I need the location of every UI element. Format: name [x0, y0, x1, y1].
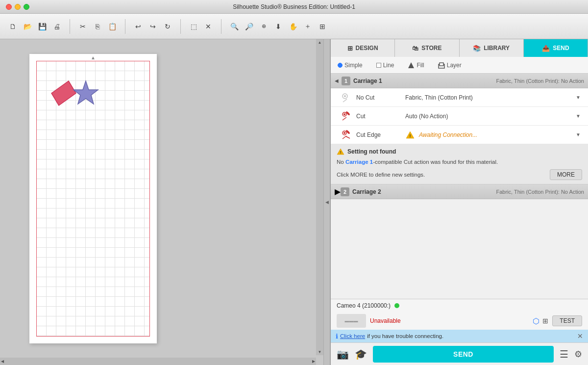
setting-body-prefix: No [337, 159, 345, 165]
fill-icon [408, 62, 415, 69]
tab-design[interactable]: ⊞ DESIGN [331, 39, 395, 57]
grid-button[interactable]: ⊞ [316, 20, 329, 33]
carriage2-title: Carriage 2 [352, 188, 496, 195]
carriage2-header[interactable]: ▶ 2 Carriage 2 Fabric, Thin (Cotton Prin… [331, 184, 588, 199]
right-panel: ⊞ DESIGN 🛍 STORE 📚 LIBRARY 📤 SEND Simple [330, 39, 588, 365]
sub-tab-layer[interactable]: Layer [435, 60, 465, 71]
redo-button[interactable]: ↪ [146, 20, 160, 33]
panel-collapse-handle[interactable]: ◀ [323, 39, 330, 365]
tab-library[interactable]: 📚 LIBRARY [460, 39, 524, 57]
sub-tab-simple-label: Simple [344, 62, 363, 69]
maximize-button[interactable] [24, 4, 29, 10]
paste-button[interactable]: 📋 [105, 20, 119, 33]
awaiting-connection-text: Awaiting Connection... [419, 131, 477, 138]
shape-star[interactable] [74, 81, 98, 104]
cut-icon-area [337, 111, 356, 122]
device-name: Cameo 4 (2100000:) [337, 302, 391, 309]
delete-button[interactable]: ✕ [201, 20, 215, 33]
no-cut-dropdown[interactable]: ▼ [574, 94, 582, 102]
send-gear-icon[interactable]: ⚙ [574, 349, 582, 360]
sep3 [180, 19, 181, 34]
svg-text:!: ! [340, 150, 342, 155]
move-icon[interactable]: ⬡ [533, 316, 539, 326]
cut-edge-icon [341, 130, 352, 140]
info-bar: ℹ Click here if you have trouble connect… [331, 330, 588, 342]
info-close-button[interactable]: ✕ [577, 332, 583, 340]
carriage1-chevron: ◀ [335, 78, 339, 83]
shape-diamond[interactable] [51, 81, 76, 105]
pan-button[interactable]: ✋ [286, 20, 300, 33]
sub-tab-line[interactable]: Line [373, 60, 397, 71]
no-cut-row: No Cut Fabric, Thin (Cotton Print) ▼ [331, 88, 588, 107]
no-cut-value: Fabric, Thin (Cotton Print) [405, 94, 574, 101]
page-squares-icon[interactable]: ⊞ [542, 317, 548, 325]
zoom-fit-button[interactable]: ⊕ [257, 20, 270, 33]
history-tools: ↩ ↪ ↻ [129, 20, 176, 33]
panel-spacer [331, 199, 588, 299]
send-hat-icon[interactable]: 🎓 [355, 348, 367, 360]
no-cut-label: No Cut [356, 94, 405, 101]
tab-send[interactable]: 📤 SEND [524, 39, 588, 57]
tab-store[interactable]: 🛍 STORE [395, 39, 459, 57]
send-list-icon[interactable]: ☰ [560, 348, 568, 360]
new-button[interactable]: 🗋 [6, 20, 20, 33]
scroll-left-arrow[interactable]: ◀ [0, 358, 5, 365]
svg-text:!: ! [410, 133, 411, 138]
setting-not-found-box: ! Setting not found No Carriage 1-compat… [331, 144, 588, 184]
zoom-in-button[interactable]: 🔍 [227, 20, 241, 33]
zoom-tools: 🔍 🔎 ⊕ ⬇ ✋ ＋ ⊞ [225, 20, 331, 33]
device-status-dot [394, 303, 399, 308]
test-button[interactable]: TEST [552, 315, 582, 326]
tab-store-label: STORE [421, 45, 441, 52]
carriage-link[interactable]: Carriage 1 [345, 159, 373, 165]
sep4 [221, 19, 221, 34]
minimize-button[interactable] [15, 4, 21, 10]
move-down-button[interactable]: ⬇ [271, 20, 285, 33]
sub-tab-fill[interactable]: Fill [405, 60, 427, 71]
cut-button[interactable]: ✂ [76, 20, 90, 33]
send-button[interactable]: SEND [373, 346, 554, 363]
select-tools: ⬚ ✕ [185, 20, 217, 33]
svg-line-8 [343, 117, 346, 120]
setting-footer: Click MORE to define new settings. MORE [337, 169, 582, 180]
refresh-button[interactable]: ↻ [161, 20, 174, 33]
scroll-up-arrow[interactable]: ▲ [317, 39, 323, 46]
print-button[interactable]: 🖨 [50, 20, 64, 33]
cut-edge-dropdown[interactable]: ▼ [574, 131, 582, 139]
more-button[interactable]: MORE [550, 169, 582, 180]
info-icon: ℹ [336, 333, 338, 340]
canvas-area[interactable]: ▲ ▲ ▼ ◀ ▶ [0, 39, 323, 365]
send-camera-icon[interactable]: 📷 [337, 348, 349, 360]
panel-footer: Cameo 4 (2100000:) ▬▬▬ Unavailable ⬡ ⊞ T… [331, 299, 588, 365]
cut-label: Cut [356, 113, 405, 120]
carriage2-subtitle: Fabric, Thin (Cotton Print): No Action [496, 189, 584, 195]
device-row: Cameo 4 (2100000:) [331, 299, 588, 312]
traffic-lights [6, 4, 29, 10]
add-button[interactable]: ＋ [301, 20, 315, 33]
cutting-mat: ▲ [29, 54, 157, 343]
sub-tab-simple[interactable]: Simple [335, 60, 366, 71]
scroll-right-arrow[interactable]: ▶ [311, 358, 316, 365]
open-button[interactable]: 📂 [21, 20, 34, 33]
select-all-button[interactable]: ⬚ [187, 20, 200, 33]
device-preview: ▬▬▬ [337, 314, 366, 328]
setting-header: ! Setting not found [337, 148, 582, 155]
scroll-bottom[interactable]: ◀ ▶ [0, 358, 316, 365]
cut-dropdown[interactable]: ▼ [574, 112, 582, 120]
carriage1-header[interactable]: ◀ 1 Carriage 1 Fabric, Thin (Cotton Prin… [331, 74, 588, 88]
copy-button[interactable]: ⎘ [91, 20, 104, 33]
scroll-down-arrow[interactable]: ▼ [317, 349, 323, 355]
close-button[interactable] [6, 4, 12, 10]
zoom-out-button[interactable]: 🔎 [242, 20, 256, 33]
save-button[interactable]: 💾 [35, 20, 49, 33]
undo-button[interactable]: ↩ [131, 20, 145, 33]
svg-rect-2 [440, 63, 443, 66]
sep2 [125, 19, 125, 34]
warning-triangle-icon: ! [405, 130, 415, 139]
scroll-right[interactable]: ▲ ▼ [316, 39, 323, 355]
tab-bar: ⊞ DESIGN 🛍 STORE 📚 LIBRARY 📤 SEND [331, 39, 588, 57]
info-link[interactable]: Click here [340, 333, 365, 339]
setting-body-suffix: -compatible Cut action was found for thi… [373, 159, 498, 165]
cut-row: Cut Auto (No Action) ▼ [331, 107, 588, 126]
cut-icon [341, 111, 352, 122]
